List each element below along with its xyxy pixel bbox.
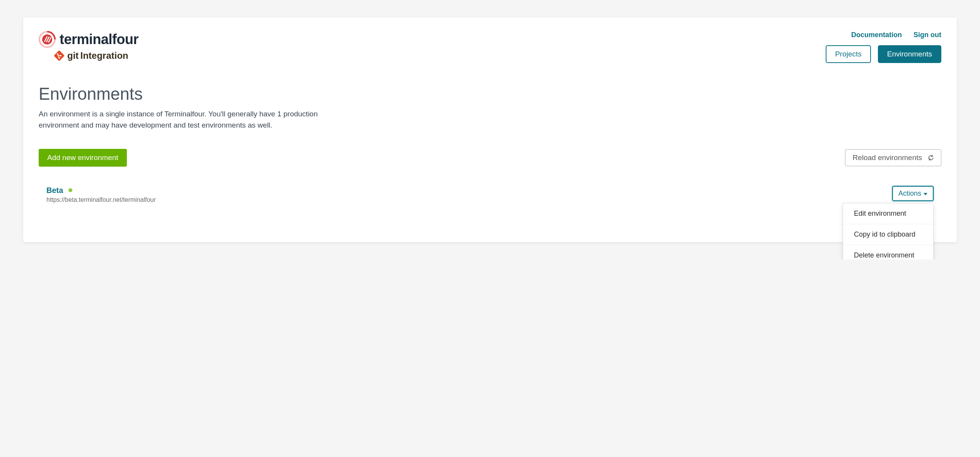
environment-url: https://beta.terminalfour.net/terminalfo… bbox=[46, 196, 156, 203]
page-title: Environments bbox=[39, 84, 941, 104]
environment-actions: Actions Edit environment Copy id to clip… bbox=[892, 186, 934, 201]
main-card: terminalfour git Integration Documentati… bbox=[23, 17, 957, 242]
actions-label: Actions bbox=[898, 189, 921, 198]
git-icon bbox=[54, 51, 64, 61]
environment-list: Beta https://beta.terminalfour.net/termi… bbox=[39, 186, 941, 203]
status-indicator-icon bbox=[68, 188, 72, 192]
subtitle-git: git Integration bbox=[67, 50, 128, 61]
brand-name: terminalfour bbox=[60, 31, 138, 48]
environment-info: Beta https://beta.terminalfour.net/termi… bbox=[46, 186, 156, 203]
actions-dropdown-button[interactable]: Actions bbox=[892, 186, 934, 201]
header: terminalfour git Integration Documentati… bbox=[39, 31, 941, 63]
environment-name-link[interactable]: Beta bbox=[46, 186, 63, 195]
top-links: Documentation Sign out bbox=[851, 31, 941, 39]
brand-row: terminalfour bbox=[39, 31, 138, 48]
copy-id-item[interactable]: Copy id to clipboard bbox=[843, 224, 933, 245]
reload-environments-button[interactable]: Reload environments bbox=[845, 149, 941, 166]
environment-row: Beta https://beta.terminalfour.net/termi… bbox=[46, 186, 934, 203]
caret-down-icon bbox=[924, 193, 927, 195]
delete-environment-item[interactable]: Delete environment bbox=[843, 245, 933, 259]
add-environment-button[interactable]: Add new environment bbox=[39, 149, 127, 167]
refresh-icon bbox=[928, 155, 934, 161]
svg-point-1 bbox=[42, 34, 52, 44]
tab-environments[interactable]: Environments bbox=[878, 45, 941, 63]
documentation-link[interactable]: Documentation bbox=[851, 31, 902, 39]
actions-dropdown-menu: Edit environment Copy id to clipboard De… bbox=[843, 203, 934, 259]
tab-projects[interactable]: Projects bbox=[826, 45, 871, 63]
action-row: Add new environment Reload environments bbox=[39, 149, 941, 167]
header-right: Documentation Sign out Projects Environm… bbox=[826, 31, 941, 63]
reload-label: Reload environments bbox=[852, 153, 922, 162]
page-description: An environment is a single instance of T… bbox=[39, 108, 333, 131]
logo-block: terminalfour git Integration bbox=[39, 31, 138, 61]
edit-environment-item[interactable]: Edit environment bbox=[843, 203, 933, 224]
subtitle-row: git Integration bbox=[54, 50, 138, 61]
environment-name-row: Beta bbox=[46, 186, 156, 195]
sign-out-link[interactable]: Sign out bbox=[913, 31, 941, 39]
nav-tabs: Projects Environments bbox=[826, 45, 941, 63]
terminalfour-logo-icon bbox=[39, 31, 56, 48]
